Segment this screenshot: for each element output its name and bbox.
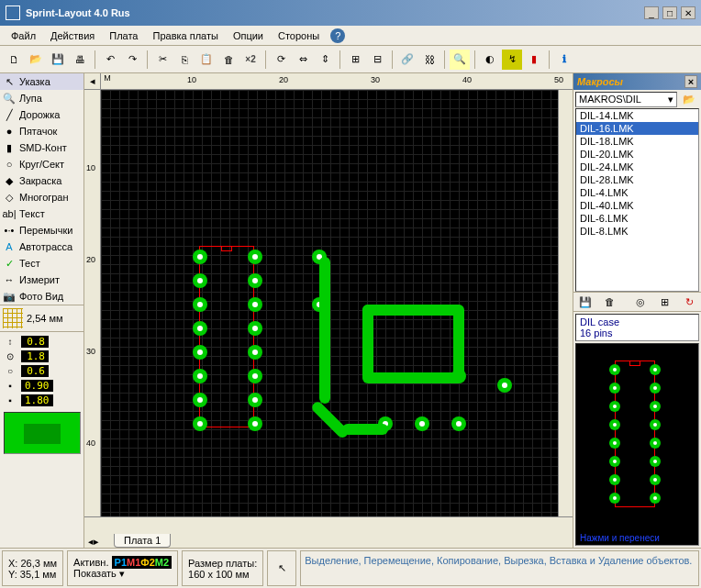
tool-SMD-Конт[interactable]: ▮SMD-Конт [0, 139, 83, 156]
open-icon[interactable]: 📂 [26, 50, 46, 70]
size-row[interactable]: ▪0.90 [2, 378, 82, 393]
group-icon[interactable]: ⊞ [345, 50, 365, 70]
save-icon[interactable]: 💾 [48, 50, 68, 70]
delete-icon[interactable]: 🗑 [218, 50, 239, 70]
contrast-icon[interactable]: ◐ [480, 50, 500, 70]
tool-Пятачок[interactable]: ●Пятачок [0, 123, 83, 139]
ungroup-icon[interactable]: ⊟ [367, 50, 387, 70]
size-row[interactable]: ▪1.80 [2, 393, 82, 407]
pad[interactable] [248, 297, 262, 312]
makros-item[interactable]: DIL-40.LMK [576, 199, 698, 212]
menu-file[interactable]: Файл [4, 28, 43, 43]
help-icon[interactable]: ? [330, 28, 345, 43]
pad[interactable] [415, 416, 429, 431]
makros-rotate-icon[interactable]: ↻ [680, 292, 699, 312]
makros-preview[interactable]: Нажми и перенеси [575, 343, 699, 546]
pad[interactable] [248, 273, 262, 288]
scrollbar-horizontal[interactable] [84, 516, 573, 531]
pad[interactable] [248, 345, 262, 360]
ruler-origin-button[interactable]: ◂ [84, 73, 101, 89]
rotate-icon[interactable]: ⟳ [271, 50, 291, 70]
pad[interactable] [248, 369, 262, 383]
pad[interactable] [193, 416, 207, 431]
pad[interactable] [248, 393, 262, 407]
pcb-canvas[interactable] [101, 90, 558, 516]
pad[interactable] [193, 393, 207, 407]
pad[interactable] [193, 273, 207, 288]
minimize-button[interactable]: _ [644, 6, 659, 19]
menu-options[interactable]: Опции [226, 28, 271, 43]
makros-opt1-icon[interactable]: ◎ [630, 292, 650, 312]
new-icon[interactable]: 🗋 [4, 50, 24, 70]
pad[interactable] [497, 378, 512, 393]
pad[interactable] [193, 369, 207, 383]
tool-Лупа[interactable]: 🔍Лупа [0, 90, 83, 106]
tab-next-button[interactable]: ▸ [94, 536, 99, 548]
pad[interactable] [193, 321, 207, 336]
pad[interactable] [451, 416, 466, 431]
mirror-h-icon[interactable]: ⇔ [293, 50, 313, 70]
makros-item[interactable]: DIL-8.LMK [576, 225, 698, 238]
ruler-vertical[interactable]: 10203040 [84, 90, 101, 516]
tool-Измерит[interactable]: ↔Измерит [0, 272, 83, 288]
board-tab[interactable]: Плата 1 [114, 534, 171, 548]
menu-edit[interactable]: Правка платы [145, 28, 225, 43]
makros-item[interactable]: DIL-20.LMK [576, 148, 698, 161]
track[interactable] [319, 257, 330, 404]
copy-icon[interactable]: ⎘ [174, 50, 195, 70]
size-row[interactable]: ⊙1.8 [2, 349, 82, 363]
makros-save-icon[interactable]: 💾 [575, 292, 595, 312]
arrow-yellow-icon[interactable]: ↯ [502, 50, 522, 70]
makros-path-select[interactable]: MAKROS\DIL ▾ [575, 92, 677, 107]
scrollbar-vertical[interactable] [558, 90, 573, 516]
makros-item[interactable]: DIL-4.LMK [576, 186, 698, 199]
pad[interactable] [248, 416, 262, 431]
duplicate-icon[interactable]: ×2 [240, 50, 261, 70]
print-icon[interactable]: 🖶 [70, 50, 90, 70]
size-row[interactable]: ↕0.8 [2, 334, 82, 349]
undo-icon[interactable]: ↶ [100, 50, 120, 70]
status-boardsize[interactable]: Размер платы: 160 x 100 мм [182, 550, 263, 586]
paste-icon[interactable]: 📋 [196, 50, 217, 70]
tool-Тест[interactable]: ✓Тест [0, 255, 83, 272]
menu-actions[interactable]: Действия [43, 28, 102, 43]
tool-Указка[interactable]: ↖Указка [0, 73, 83, 90]
pad[interactable] [248, 250, 262, 264]
unlink-icon[interactable]: ⛓ [419, 50, 440, 70]
tool-Многогран[interactable]: ◇Многогран [0, 189, 83, 205]
color-preview[interactable] [4, 412, 81, 454]
tool-Перемычки[interactable]: •·•Перемычки [0, 222, 83, 239]
makros-item[interactable]: DIL-18.LMK [576, 135, 698, 148]
mirror-v-icon[interactable]: ⇕ [315, 50, 335, 70]
cut-icon[interactable]: ✂ [152, 50, 172, 70]
ruler-horizontal[interactable]: 1020304050 [114, 73, 573, 89]
pad[interactable] [193, 345, 207, 360]
makros-item[interactable]: DIL-24.LMK [576, 161, 698, 173]
tool-Дорожка[interactable]: ╱Дорожка [0, 106, 83, 123]
maximize-button[interactable]: □ [662, 6, 677, 19]
red-bar-icon[interactable]: ▮ [524, 50, 544, 70]
track[interactable] [453, 305, 464, 382]
track[interactable] [362, 305, 373, 382]
makros-item[interactable]: DIL-6.LMK [576, 212, 698, 225]
pad[interactable] [193, 297, 207, 312]
makros-delete-icon[interactable]: 🗑 [600, 292, 619, 312]
menu-sides[interactable]: Стороны [271, 28, 327, 43]
redo-icon[interactable]: ↷ [122, 50, 142, 70]
makros-list[interactable]: DIL-14.LMKDIL-16.LMKDIL-18.LMKDIL-20.LMK… [575, 108, 699, 292]
tool-Фото Вид[interactable]: 📷Фото Вид [0, 288, 83, 305]
track[interactable] [342, 424, 388, 435]
makros-item[interactable]: DIL-28.LMK [576, 173, 698, 186]
makros-close-button[interactable]: × [684, 75, 697, 88]
menu-board[interactable]: Плата [102, 28, 145, 43]
makros-opt2-icon[interactable]: ⊞ [655, 292, 674, 312]
pad[interactable] [193, 250, 207, 264]
info-icon[interactable]: ℹ [554, 50, 574, 70]
track[interactable] [362, 372, 463, 383]
makros-browse-button[interactable]: 📂 [679, 89, 699, 109]
grid-size-button[interactable]: 2,54 мм [0, 305, 83, 331]
status-layers[interactable]: Активн. Р1М1Ф2М2 Показать ▾ [67, 550, 178, 586]
zoom-icon[interactable]: 🔍 [450, 50, 470, 70]
link-icon[interactable]: 🔗 [397, 50, 417, 70]
close-button[interactable]: ✕ [681, 6, 695, 19]
